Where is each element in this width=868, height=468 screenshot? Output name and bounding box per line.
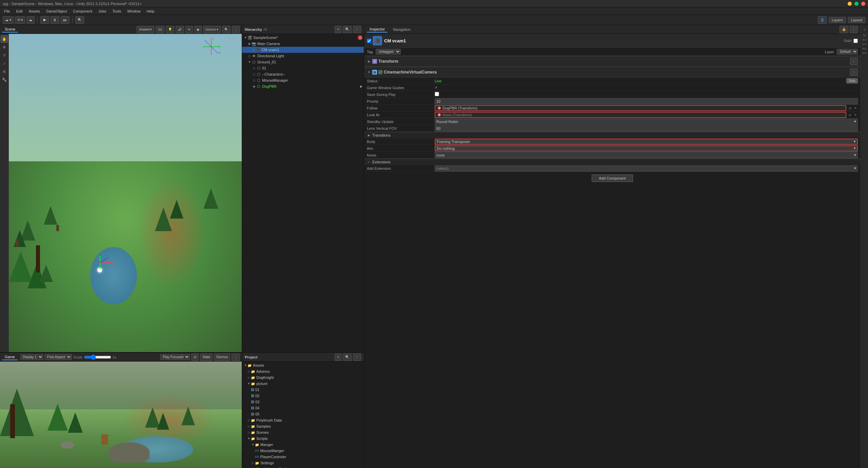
tool-transform[interactable]: 🔧 xyxy=(1,76,8,83)
list-item[interactable]: ▼ 📁 Scripts xyxy=(242,435,364,442)
collab-btn[interactable]: ☁ xyxy=(26,16,35,24)
lens-fov-value[interactable]: 60 xyxy=(435,125,858,131)
list-item[interactable]: ▷ 📁 Scenes xyxy=(242,429,364,435)
account-icon[interactable]: 👤 xyxy=(818,16,827,24)
hierarchy-search-btn[interactable]: 🔍 xyxy=(343,26,352,33)
maximize-game-btn[interactable]: ⊡ xyxy=(191,353,199,361)
follow-value[interactable]: 🎯 DogPBR (Transform) xyxy=(435,105,846,111)
hierarchy-more-btn[interactable]: ⋮ xyxy=(353,26,361,33)
list-item[interactable]: ▷ 🎥 CM vcam1 xyxy=(242,47,364,53)
scene-light-btn[interactable]: 💡 xyxy=(166,26,174,33)
scene-shading-btn[interactable]: Shaded ▾ xyxy=(137,26,155,33)
list-item[interactable]: ▷ ⬡ 01 xyxy=(242,65,364,71)
scene-canvas[interactable]: <Persp> Y X Z xyxy=(9,34,242,352)
hierarchy-add-btn[interactable]: + xyxy=(335,26,341,33)
gizmos-game-btn[interactable]: Gizmos xyxy=(214,353,230,361)
scene-search-btn[interactable]: 🔍 xyxy=(222,26,231,33)
menu-window[interactable]: Window xyxy=(124,8,143,14)
object-active-checkbox[interactable] xyxy=(367,39,371,43)
tag-dropdown[interactable]: Untagged xyxy=(376,49,401,55)
scene-gizmos-btn[interactable]: Gizmos ▾ xyxy=(203,26,221,33)
menu-gameobject[interactable]: GameObject xyxy=(43,8,70,14)
menu-help[interactable]: Help xyxy=(144,8,157,14)
play-button[interactable]: ▶ xyxy=(40,16,49,24)
tab-inspector[interactable]: Inspector xyxy=(367,26,388,33)
close-btn[interactable] xyxy=(861,2,865,6)
list-item[interactable]: ▼ 📁 picture xyxy=(242,381,364,387)
project-search-btn[interactable]: 🔍 xyxy=(343,353,352,361)
list-item[interactable]: ▷ 📁 Samples xyxy=(242,423,364,429)
list-item[interactable]: ▶ 📷 Main Camera xyxy=(242,41,364,47)
game-window-guides-check[interactable]: ✓ xyxy=(435,85,438,89)
list-item[interactable]: ▷ ☀ Directional Light xyxy=(242,53,364,59)
tab-game[interactable]: Game xyxy=(2,354,18,360)
aim-dropdown[interactable]: Do nothing ▾ xyxy=(435,145,858,151)
pause-button[interactable]: ⏸ xyxy=(51,16,59,24)
extensions-section[interactable]: ▷ Extensions xyxy=(364,159,861,165)
game-aspect-select[interactable]: Free Aspect xyxy=(45,354,72,360)
inspector-more-btn[interactable]: ⋮ xyxy=(850,26,858,33)
menu-file[interactable]: File xyxy=(1,8,13,14)
tool-rect[interactable]: ⊞ xyxy=(1,68,8,75)
tool-rotate[interactable]: ↺ xyxy=(1,52,8,59)
game-more-btn[interactable]: ⋮ xyxy=(232,353,240,361)
scene-hidden-btn[interactable]: ◉ xyxy=(194,26,202,33)
menu-assets[interactable]: Assets xyxy=(26,8,43,14)
menu-edit[interactable]: Edit xyxy=(14,8,25,14)
list-item[interactable]: C# MouseManger xyxy=(242,448,364,454)
priority-value[interactable]: 10 xyxy=(435,98,858,104)
list-item[interactable]: ▷ 📁 Adoinos xyxy=(242,368,364,374)
cinemachine-component-header[interactable]: ▼ 🎥 ✓ CinemachineVirtualCamera ⋮ xyxy=(364,67,861,78)
look-at-target-btn[interactable]: ◎ xyxy=(848,113,852,117)
tab-navigation[interactable]: Navigation xyxy=(390,27,413,32)
history-btn[interactable]: ⟲ ▾ xyxy=(15,16,25,24)
look-at-value[interactable]: 🎯 None (Transform) xyxy=(435,112,846,118)
list-item[interactable]: ▷ ⬡ MouseManager xyxy=(242,77,364,83)
game-canvas[interactable] xyxy=(0,362,242,468)
list-item[interactable]: ▷ 📁 DogKnight xyxy=(242,374,364,381)
list-item[interactable]: ▼ ⬡ Ground_01 xyxy=(242,59,364,65)
menu-component[interactable]: Component xyxy=(70,8,95,14)
list-item[interactable]: 🖼 03 xyxy=(242,399,364,405)
transform-options-btn[interactable]: ⋮ xyxy=(850,58,858,65)
cinemachine-enable-checkbox[interactable]: ✓ xyxy=(378,70,382,74)
mini-check-icon[interactable]: ✓ xyxy=(862,26,868,33)
follow-clear-btn[interactable]: ✕ xyxy=(853,106,858,110)
layout-dropdown[interactable]: Layout xyxy=(848,17,865,23)
tool-hand[interactable]: ✋ xyxy=(1,35,8,43)
add-component-button[interactable]: Add Component xyxy=(592,175,633,182)
menu-jobs[interactable]: Jobs xyxy=(96,8,109,14)
layers-dropdown[interactable]: Layers xyxy=(829,17,846,23)
layer-dropdown[interactable]: Default xyxy=(837,49,858,55)
solo-button[interactable]: Solo xyxy=(846,78,858,83)
scene-2d-btn[interactable]: 2D xyxy=(156,26,164,33)
list-item[interactable]: 🖼 01 xyxy=(242,387,364,393)
tab-scene[interactable]: Scene xyxy=(2,26,18,33)
project-add-btn[interactable]: + xyxy=(335,353,341,361)
project-more-btn[interactable]: ⋮ xyxy=(353,353,361,361)
transitions-section[interactable]: ▶ Transitions xyxy=(364,132,861,138)
list-item[interactable]: 🖼 02 xyxy=(242,393,364,399)
list-item[interactable]: ▼ 🎬 SampleScene* ⚠ xyxy=(242,35,364,41)
maximize-btn[interactable] xyxy=(854,2,859,6)
list-item[interactable]: ▼ 📁 Manger xyxy=(242,442,364,448)
follow-target-btn[interactable]: ◎ xyxy=(848,106,852,110)
noise-dropdown[interactable]: none ▾ xyxy=(435,152,858,158)
search-btn[interactable]: 🔍 xyxy=(75,16,84,24)
play-focused-select[interactable]: Play Focused xyxy=(160,354,190,360)
standby-update-dropdown[interactable]: Round Robin ▾ xyxy=(435,119,858,125)
list-item[interactable]: ▼ 📁 Assets xyxy=(242,362,364,368)
body-dropdown[interactable]: Framing Transposer ▾ xyxy=(435,139,858,145)
list-item[interactable]: 🖼 04 xyxy=(242,405,364,411)
cinemachine-options-btn[interactable]: ⋮ xyxy=(850,68,858,76)
tool-scale[interactable]: ⤢ xyxy=(1,60,8,67)
step-button[interactable]: ⏭ xyxy=(61,16,70,24)
scale-slider[interactable] xyxy=(84,355,111,359)
add-extension-dropdown[interactable]: (select) ▾ xyxy=(435,165,858,171)
account-btn[interactable]: ☁ ▾ xyxy=(3,16,14,24)
static-checkbox[interactable] xyxy=(853,39,858,43)
save-during-play-checkbox[interactable] xyxy=(435,92,439,96)
list-item[interactable]: C# PlayerControler xyxy=(242,454,364,460)
look-at-clear-btn[interactable]: ✕ xyxy=(853,113,858,117)
game-display-select[interactable]: Display 1 xyxy=(20,354,43,360)
